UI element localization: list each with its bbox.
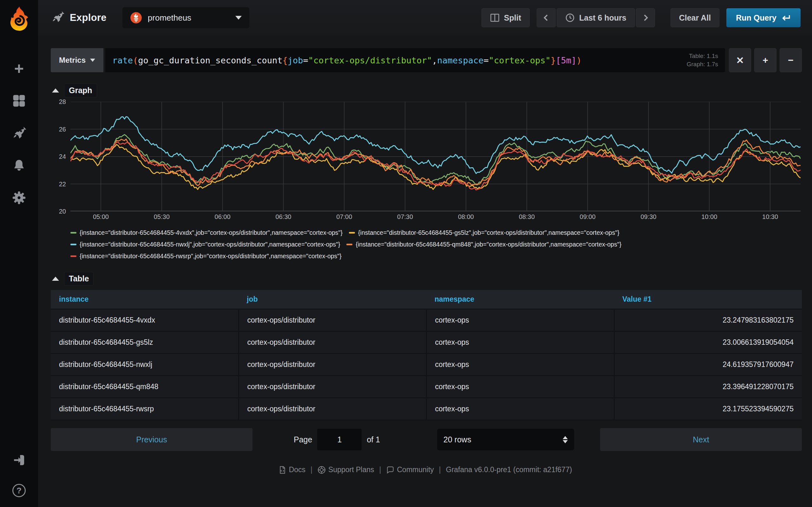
table-cell: 23.247983163802175: [614, 309, 802, 331]
legend-swatch: [70, 256, 77, 257]
table-row: distributor-65c4684455-gs5lzcortex-ops/d…: [51, 331, 802, 354]
table-header-row: instancejobnamespaceValue #1: [51, 290, 802, 309]
legend-label: {instance="distributor-65c4684455-4vxdx"…: [80, 229, 343, 236]
table-cell: cortex-ops: [426, 354, 614, 376]
prometheus-icon: [130, 12, 142, 24]
legend-item[interactable]: {instance="distributor-65c4684455-4vxdx"…: [70, 229, 343, 236]
page-title: Explore: [70, 12, 107, 23]
x-axis-tick: 06:30: [275, 213, 291, 221]
table-column-header[interactable]: job: [239, 290, 426, 309]
graph-panel-title: Graph: [64, 83, 97, 97]
create-plus-icon[interactable]: +: [12, 61, 26, 75]
table-column-header[interactable]: instance: [51, 290, 239, 309]
query-token: "cortex-ops/distributor": [308, 55, 432, 65]
explore-rocket-icon[interactable]: [12, 126, 26, 140]
table-cell: cortex-ops/distributor: [239, 354, 426, 376]
legend-swatch: [346, 244, 352, 245]
results-table: instancejobnamespaceValue #1 distributor…: [51, 290, 802, 420]
query-input-field[interactable]: rate(go_gc_duration_seconds_count{job="c…: [105, 48, 725, 72]
y-axis-tick: 20: [59, 208, 66, 215]
community-link[interactable]: Community: [386, 465, 434, 474]
help-icon[interactable]: ?: [12, 484, 26, 498]
alerting-bell-icon[interactable]: [12, 158, 26, 172]
legend-item[interactable]: {instance="distributor-65c4684455-rwsrp"…: [70, 252, 342, 260]
plot-area[interactable]: [70, 102, 801, 211]
graph-panel-header[interactable]: Graph: [51, 80, 802, 102]
query-token: (: [133, 55, 138, 65]
y-axis: 2022242628: [51, 102, 69, 211]
topbar-actions: Split Last 6 hours Clear All Run Query: [481, 8, 801, 27]
dashboards-grid-icon[interactable]: [12, 94, 26, 108]
explore-header: Explore: [51, 11, 107, 25]
help-question-glyph: ?: [12, 484, 26, 497]
legend-item[interactable]: {instance="distributor-65c4684455-gs5lz"…: [349, 229, 619, 236]
x-axis-tick: 07:30: [397, 213, 413, 221]
query-token: ): [576, 55, 581, 65]
metrics-dropdown-button[interactable]: Metrics: [51, 48, 103, 72]
legend-swatch: [70, 244, 77, 245]
graph-legend: {instance="distributor-65c4684455-4vxdx"…: [51, 229, 802, 260]
table-cell: distributor-65c4684455-nwxlj: [51, 354, 239, 376]
next-page-button[interactable]: Next: [600, 428, 802, 451]
query-editor-row: Metrics rate(go_gc_duration_seconds_coun…: [51, 48, 802, 72]
table-cell: distributor-65c4684455-qm848: [51, 376, 239, 398]
split-button[interactable]: Split: [481, 8, 530, 27]
collapse-query-button[interactable]: −: [780, 48, 802, 72]
table-cell: 23.006613919054054: [614, 331, 802, 354]
remove-query-button[interactable]: ✕: [729, 48, 751, 72]
table-pagination: Previous Page of 1 20 rows Next: [51, 428, 802, 452]
table-panel-header[interactable]: Table: [51, 269, 802, 290]
y-axis-tick: 24: [59, 153, 66, 160]
query-token: ,: [432, 55, 437, 65]
query-token: "cortex-ops": [489, 55, 551, 65]
configuration-gear-icon[interactable]: [12, 191, 26, 205]
query-token: {: [283, 55, 288, 65]
version-text: Grafana v6.0.0-pre1 (commit: a21f677): [446, 465, 572, 474]
time-range-picker[interactable]: Last 6 hours: [557, 8, 635, 27]
grafana-logo-icon[interactable]: [7, 6, 31, 32]
explore-title-rocket-icon: [51, 11, 64, 25]
clear-all-label: Clear All: [679, 13, 711, 22]
legend-item[interactable]: {instance="distributor-65c4684455-nwxlj"…: [70, 241, 340, 248]
chevron-down-icon: [90, 59, 95, 62]
docs-link[interactable]: Docs: [278, 465, 305, 474]
legend-label: {instance="distributor-65c4684455-qm848"…: [356, 241, 621, 248]
clear-all-button[interactable]: Clear All: [670, 8, 720, 27]
timing-table: Table: 1.1s: [687, 52, 718, 60]
support-plans-link[interactable]: Support Plans: [317, 465, 374, 474]
collapse-up-icon: [52, 277, 59, 281]
rows-per-page-select[interactable]: 20 rows: [437, 429, 574, 450]
query-actions: ✕ + −: [729, 48, 802, 72]
x-axis-tick: 06:00: [215, 213, 231, 221]
y-axis-tick: 26: [59, 125, 66, 133]
time-back-button[interactable]: [537, 8, 556, 27]
table-column-header[interactable]: namespace: [426, 290, 614, 309]
chevron-down-icon: [235, 16, 242, 20]
graph-chart: 2022242628 05:0005:3006:0006:3007:0007:3…: [51, 102, 802, 228]
sign-in-icon[interactable]: [12, 453, 26, 467]
query-token: =: [484, 55, 489, 65]
query-token: job: [288, 55, 303, 65]
legend-label: {instance="distributor-65c4684455-gs5lz"…: [358, 229, 619, 236]
datasource-picker[interactable]: prometheus: [122, 7, 249, 28]
add-query-button[interactable]: +: [754, 48, 776, 72]
legend-item[interactable]: {instance="distributor-65c4684455-qm848"…: [346, 241, 621, 248]
legend-label: {instance="distributor-65c4684455-nwxlj"…: [80, 241, 340, 248]
page-number-input[interactable]: [317, 429, 362, 450]
table-panel-title: Table: [64, 272, 94, 285]
table-cell: cortex-ops/distributor: [239, 309, 426, 331]
graph-panel: Graph 2022242628 05:0005:3006:0006:3007:…: [51, 80, 802, 260]
table-row: distributor-65c4684455-nwxljcortex-ops/d…: [51, 354, 802, 376]
table-column-header[interactable]: Value #1: [614, 290, 802, 309]
table-row: distributor-65c4684455-qm848cortex-ops/d…: [51, 376, 802, 398]
footer-separator: |: [439, 465, 441, 474]
x-axis-tick: 08:30: [519, 213, 535, 221]
next-label: Next: [693, 435, 709, 444]
community-label: Community: [397, 465, 434, 474]
table-body: distributor-65c4684455-4vxdxcortex-ops/d…: [51, 309, 802, 420]
time-forward-button[interactable]: [636, 8, 655, 27]
table-cell: 23.175523394590275: [614, 398, 802, 420]
run-query-button[interactable]: Run Query: [726, 8, 801, 27]
previous-page-button[interactable]: Previous: [51, 428, 252, 451]
x-axis-tick: 07:00: [336, 213, 352, 221]
